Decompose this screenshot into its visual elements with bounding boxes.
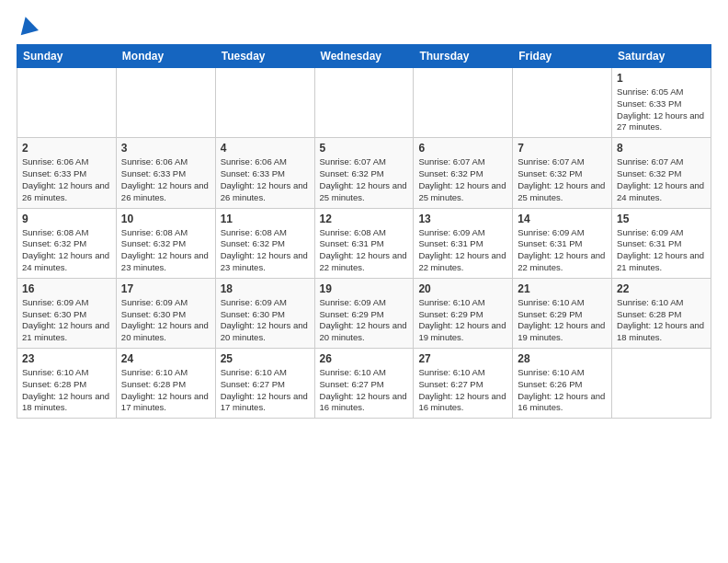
calendar-cell [215, 68, 314, 138]
day-number: 15 [617, 213, 706, 225]
calendar-cell: 7Sunrise: 6:07 AM Sunset: 6:32 PM Daylig… [513, 138, 612, 208]
calendar-header-row: SundayMondayTuesdayWednesdayThursdayFrid… [17, 45, 711, 68]
day-info: Sunrise: 6:07 AM Sunset: 6:32 PM Dayligh… [320, 156, 409, 203]
calendar-header-friday: Friday [513, 45, 612, 68]
day-number: 16 [22, 282, 111, 295]
day-info: Sunrise: 6:05 AM Sunset: 6:33 PM Dayligh… [617, 86, 706, 133]
day-info: Sunrise: 6:08 AM Sunset: 6:31 PM Dayligh… [320, 227, 409, 274]
calendar-week-0: 1Sunrise: 6:05 AM Sunset: 6:33 PM Daylig… [17, 68, 711, 138]
calendar-cell: 27Sunrise: 6:10 AM Sunset: 6:27 PM Dayli… [414, 349, 513, 419]
calendar-header-tuesday: Tuesday [215, 45, 314, 68]
day-number: 6 [418, 142, 507, 155]
calendar-table: SundayMondayTuesdayWednesdayThursdayFrid… [17, 44, 711, 419]
day-info: Sunrise: 6:10 AM Sunset: 6:27 PM Dayligh… [418, 367, 507, 414]
logo-triangle-icon [17, 15, 39, 36]
day-info: Sunrise: 6:10 AM Sunset: 6:27 PM Dayligh… [320, 367, 409, 414]
day-number: 8 [617, 142, 706, 155]
day-info: Sunrise: 6:08 AM Sunset: 6:32 PM Dayligh… [22, 227, 111, 274]
day-info: Sunrise: 6:06 AM Sunset: 6:33 PM Dayligh… [221, 156, 310, 203]
day-number: 7 [518, 142, 607, 155]
header [17, 17, 711, 35]
calendar-cell [116, 68, 215, 138]
day-number: 28 [518, 352, 607, 365]
logo [17, 17, 37, 35]
day-info: Sunrise: 6:06 AM Sunset: 6:33 PM Dayligh… [22, 156, 111, 203]
day-info: Sunrise: 6:09 AM Sunset: 6:31 PM Dayligh… [518, 227, 607, 274]
day-info: Sunrise: 6:06 AM Sunset: 6:33 PM Dayligh… [121, 156, 210, 203]
calendar-cell: 20Sunrise: 6:10 AM Sunset: 6:29 PM Dayli… [414, 278, 513, 348]
calendar-header-monday: Monday [116, 45, 215, 68]
calendar-cell [17, 68, 117, 138]
day-info: Sunrise: 6:10 AM Sunset: 6:28 PM Dayligh… [617, 297, 706, 344]
calendar-cell: 6Sunrise: 6:07 AM Sunset: 6:32 PM Daylig… [414, 138, 513, 208]
calendar-cell: 17Sunrise: 6:09 AM Sunset: 6:30 PM Dayli… [116, 278, 215, 348]
day-number: 14 [518, 213, 607, 225]
calendar-body: 1Sunrise: 6:05 AM Sunset: 6:33 PM Daylig… [17, 68, 711, 419]
day-info: Sunrise: 6:09 AM Sunset: 6:31 PM Dayligh… [418, 227, 507, 274]
calendar-cell: 21Sunrise: 6:10 AM Sunset: 6:29 PM Dayli… [513, 278, 612, 348]
calendar-cell: 22Sunrise: 6:10 AM Sunset: 6:28 PM Dayli… [612, 278, 711, 348]
day-info: Sunrise: 6:09 AM Sunset: 6:30 PM Dayligh… [22, 297, 111, 344]
calendar-cell: 3Sunrise: 6:06 AM Sunset: 6:33 PM Daylig… [116, 138, 215, 208]
day-number: 5 [320, 142, 409, 155]
day-number: 17 [121, 282, 210, 295]
day-info: Sunrise: 6:07 AM Sunset: 6:32 PM Dayligh… [418, 156, 507, 203]
day-number: 11 [221, 213, 310, 225]
calendar-cell: 1Sunrise: 6:05 AM Sunset: 6:33 PM Daylig… [612, 68, 711, 138]
day-number: 1 [617, 72, 706, 85]
calendar-cell: 4Sunrise: 6:06 AM Sunset: 6:33 PM Daylig… [215, 138, 314, 208]
day-info: Sunrise: 6:10 AM Sunset: 6:28 PM Dayligh… [121, 367, 210, 414]
calendar-cell: 9Sunrise: 6:08 AM Sunset: 6:32 PM Daylig… [17, 208, 117, 278]
calendar-cell: 13Sunrise: 6:09 AM Sunset: 6:31 PM Dayli… [414, 208, 513, 278]
day-info: Sunrise: 6:09 AM Sunset: 6:31 PM Dayligh… [617, 227, 706, 274]
calendar-cell: 28Sunrise: 6:10 AM Sunset: 6:26 PM Dayli… [513, 349, 612, 419]
calendar-cell: 19Sunrise: 6:09 AM Sunset: 6:29 PM Dayli… [314, 278, 414, 348]
calendar-cell: 15Sunrise: 6:09 AM Sunset: 6:31 PM Dayli… [612, 208, 711, 278]
calendar-header-thursday: Thursday [414, 45, 513, 68]
day-info: Sunrise: 6:10 AM Sunset: 6:26 PM Dayligh… [518, 367, 607, 414]
calendar-header-sunday: Sunday [17, 45, 117, 68]
day-number: 2 [22, 142, 111, 155]
day-info: Sunrise: 6:10 AM Sunset: 6:29 PM Dayligh… [418, 297, 507, 344]
day-number: 25 [221, 352, 310, 365]
day-number: 23 [22, 352, 111, 365]
calendar-cell: 11Sunrise: 6:08 AM Sunset: 6:32 PM Dayli… [215, 208, 314, 278]
day-info: Sunrise: 6:08 AM Sunset: 6:32 PM Dayligh… [121, 227, 210, 274]
calendar-cell: 8Sunrise: 6:07 AM Sunset: 6:32 PM Daylig… [612, 138, 711, 208]
day-info: Sunrise: 6:10 AM Sunset: 6:27 PM Dayligh… [221, 367, 310, 414]
day-info: Sunrise: 6:10 AM Sunset: 6:28 PM Dayligh… [22, 367, 111, 414]
calendar-cell [414, 68, 513, 138]
day-number: 9 [22, 213, 111, 225]
day-number: 26 [320, 352, 409, 365]
calendar-week-4: 23Sunrise: 6:10 AM Sunset: 6:28 PM Dayli… [17, 349, 711, 419]
day-info: Sunrise: 6:09 AM Sunset: 6:30 PM Dayligh… [221, 297, 310, 344]
calendar-cell: 26Sunrise: 6:10 AM Sunset: 6:27 PM Dayli… [314, 349, 414, 419]
calendar-header-saturday: Saturday [612, 45, 711, 68]
day-number: 13 [418, 213, 507, 225]
calendar-cell: 24Sunrise: 6:10 AM Sunset: 6:28 PM Dayli… [116, 349, 215, 419]
day-number: 3 [121, 142, 210, 155]
calendar-week-1: 2Sunrise: 6:06 AM Sunset: 6:33 PM Daylig… [17, 138, 711, 208]
day-number: 10 [121, 213, 210, 225]
calendar-week-3: 16Sunrise: 6:09 AM Sunset: 6:30 PM Dayli… [17, 278, 711, 348]
calendar-cell [314, 68, 414, 138]
page: SundayMondayTuesdayWednesdayThursdayFrid… [0, 0, 728, 430]
day-number: 20 [418, 282, 507, 295]
calendar-cell [612, 349, 711, 419]
day-number: 21 [518, 282, 607, 295]
day-number: 4 [221, 142, 310, 155]
day-number: 27 [418, 352, 507, 365]
day-number: 19 [320, 282, 409, 295]
day-info: Sunrise: 6:07 AM Sunset: 6:32 PM Dayligh… [518, 156, 607, 203]
calendar-week-2: 9Sunrise: 6:08 AM Sunset: 6:32 PM Daylig… [17, 208, 711, 278]
day-info: Sunrise: 6:08 AM Sunset: 6:32 PM Dayligh… [221, 227, 310, 274]
calendar-cell [513, 68, 612, 138]
calendar-cell: 10Sunrise: 6:08 AM Sunset: 6:32 PM Dayli… [116, 208, 215, 278]
day-number: 22 [617, 282, 706, 295]
day-number: 12 [320, 213, 409, 225]
day-number: 18 [221, 282, 310, 295]
day-info: Sunrise: 6:10 AM Sunset: 6:29 PM Dayligh… [518, 297, 607, 344]
calendar-header-wednesday: Wednesday [314, 45, 414, 68]
calendar-cell: 16Sunrise: 6:09 AM Sunset: 6:30 PM Dayli… [17, 278, 117, 348]
calendar-cell: 25Sunrise: 6:10 AM Sunset: 6:27 PM Dayli… [215, 349, 314, 419]
